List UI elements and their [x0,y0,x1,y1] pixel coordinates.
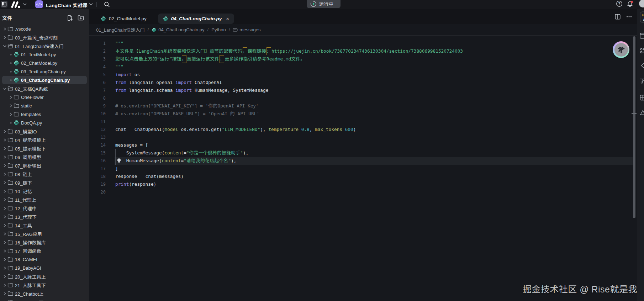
search-icon [104,1,110,7]
tree-folder-10_记忆[interactable]: 10_记忆 [2,187,87,195]
tab-02_ChatModel.py[interactable]: 02_ChatModel.py [89,13,155,24]
tree-folder-12_代理中[interactable]: 12_代理中 [2,204,87,212]
folder-icon [7,171,13,177]
chevron-right-icon [9,104,12,107]
plugin-icon[interactable] [640,48,644,54]
chevron-right-icon [9,113,12,116]
glyph-icon[interactable] [640,78,644,84]
tree-file-01_TextModel.py[interactable]: 01_TextModel.py [2,50,87,59]
tree-folder-16_操作数据库[interactable]: 16_操作数据库 [2,238,87,247]
logo-chevron-down-icon[interactable] [23,3,27,6]
chevron-right-icon [3,164,6,167]
tree-file-04_ChatLongChain.py[interactable]: 04_ChatLongChain.py [2,76,87,84]
project-code-badge-icon[interactable]: </> [35,0,43,8]
grid-icon[interactable] [640,95,644,101]
tree-folder-20_人脉工具上[interactable]: 20_人脉工具上 [2,272,87,281]
tree-folder-templates[interactable]: templates [2,110,87,118]
tree-file-03_TextLangChain.py[interactable]: 03_TextLangChain.py [2,67,87,76]
project-title[interactable]: LangChain 实战课 [46,1,88,9]
run-button-label: 运行中 [319,0,334,7]
tree-folder-03_模型IO[interactable]: 03_模型IO [2,127,87,136]
breadcrumb-item[interactable]: messages [233,27,260,32]
tree-folder-17_回调函数[interactable]: 17_回调函数 [2,247,87,255]
line-number: 3 [89,55,106,63]
line-number: 9 [89,102,106,110]
new-file-button[interactable] [67,15,73,21]
chevron-left-icon[interactable] [640,63,644,69]
breadcrumb-item[interactable]: 01_LangChain快速入门 [96,26,145,33]
chevron-right-icon [3,207,6,210]
tree-folder-14_工具[interactable]: 14_工具 [2,221,87,229]
marscode-logo[interactable] [10,1,21,9]
code-editor[interactable]: 1"""2本文件是【LangChain系统安装和快速入门】章节的配套代码，课程链… [89,36,637,301]
search-button[interactable] [104,1,110,7]
line-number: 18 [89,173,106,180]
ai-assistant-logo-icon [614,43,628,57]
run-spinner-icon [310,1,317,7]
tree-folder-.vscode[interactable]: .vscode [2,25,87,33]
tree-folder-08_链上[interactable]: 08_链上 [2,170,87,178]
tree-folder-04_提示模板上[interactable]: 04_提示模板上 [2,136,87,144]
tree-folder-05_提示模板下[interactable]: 05_提示模板下 [2,144,87,153]
tree-folder-19_BabyAGI[interactable]: 19_BabyAGI [2,264,87,272]
tree-item-label: 07_解析输出 [15,162,41,169]
close-icon[interactable]: × [226,16,229,21]
breadcrumb-item[interactable]: Python [211,27,226,32]
tree-folder-11_代理上[interactable]: 11_代理上 [2,195,87,204]
user-avatar[interactable] [639,0,644,7]
tree-folder-15_RAG应用[interactable]: 15_RAG应用 [2,229,87,238]
tree-file-02_ChatModel.py[interactable]: 02_ChatModel.py [2,59,87,67]
tree-folder-01_LangChain快速入门[interactable]: 01_LangChain快速入门 [2,42,87,50]
editor-scrollbar[interactable] [633,36,635,218]
right-activity-bar: A [637,9,644,301]
help-button[interactable]: ? [616,0,623,7]
code-line-14: 14messages = [ [89,141,637,149]
code-line-12: 12chat = ChatOpenAI(model=os.environ.get… [89,126,637,133]
chevron-down-icon [3,44,6,48]
tab-label: 04_ChatLongChain.py [171,16,222,21]
folder-icon [7,188,13,194]
ai-assistant-fab[interactable] [613,41,629,58]
tree-folder-18_CAMEL[interactable]: 18_CAMEL [2,255,87,264]
tab-04_ChatLongChain.py[interactable]: 04_ChatLongChain.py× [158,14,234,24]
notifications-button[interactable] [627,1,633,7]
breadcrumb-label: Python [211,27,226,32]
chevron-right-icon [3,232,6,236]
folder-icon [7,291,13,296]
tree-folder-22_Chatbot上[interactable]: 22_Chatbot上 [2,289,87,298]
line-number: 20 [89,188,106,196]
shape-icon[interactable] [640,110,644,116]
tree-folder-23_Chatbot下[interactable]: 23_Chatbot下 [2,298,87,301]
tree-folder-OneFlower[interactable]: OneFlower [2,93,87,101]
breadcrumb-item[interactable]: 04_ChatLongChain.py [152,27,204,32]
code-line-5: 5import os [89,71,637,79]
tree-folder-07_解析输出[interactable]: 07_解析输出 [2,161,87,170]
preview-icon[interactable] [640,33,644,39]
split-editor-button[interactable] [615,14,621,20]
tree-file-DocQA.py[interactable]: DocQA.py [2,118,87,127]
dot-icon [9,79,12,82]
project-chevron-down-icon[interactable] [89,3,93,6]
file-explorer-sidebar: 文件 .vscode 00_开篇词_奇点时刻 01_LangChain快速入门 … [0,9,89,301]
tree-folder-21_人脉工具下[interactable]: 21_人脉工具下 [2,281,87,289]
tree-folder-06_调用模型[interactable]: 06_调用模型 [2,153,87,161]
tree-folder-02_文档QA系统[interactable]: 02_文档QA系统 [2,84,87,93]
tree-folder-13_代理下[interactable]: 13_代理下 [2,212,87,221]
run-button[interactable]: 运行中 [307,0,341,8]
tree-folder-static[interactable]: static [2,101,87,110]
more-actions-button[interactable] [626,14,632,20]
tree-folder-09_链下[interactable]: 09_链下 [2,178,87,187]
line-number: 15 [89,149,106,157]
ai-assistant-badge[interactable]: A [640,11,644,23]
tree-item-label: 00_开篇词_奇点时刻 [15,34,58,41]
tree-item-label: 08_链上 [15,171,32,178]
line-number: 5 [89,71,106,79]
new-folder-button[interactable] [78,15,84,21]
code-line-9: 9# os.environ["OPENAI_API_KEY"] = '你的Ope… [89,102,637,110]
chevron-right-icon [3,155,6,159]
panel-toggle-button[interactable] [1,1,7,7]
lightbulb-icon[interactable] [116,158,122,163]
tree-folder-00_开篇词_奇点时刻[interactable]: 00_开篇词_奇点时刻 [2,33,87,42]
line-number: 12 [89,126,106,133]
folder-icon [7,274,13,279]
